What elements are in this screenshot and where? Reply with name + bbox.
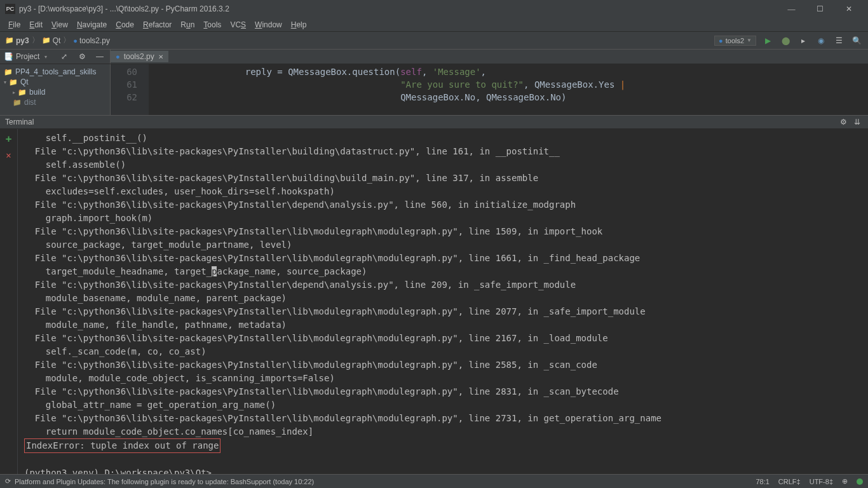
gutter: 606162 [111,64,149,115]
folder-icon: 📁 [18,88,27,97]
tab-tools2[interactable]: ● tools2.py ✕ [111,51,169,62]
chevron-right-icon: 〉 [63,35,71,46]
project-tree[interactable]: 📁PP4_4_tools_and_skills ▾📁Qt ▸📁build 📁di… [0,64,111,115]
collapsed-icon: ▸ [13,90,15,95]
breadcrumb-item-file[interactable]: ●tools2.py [73,36,110,45]
menu-view[interactable]: View [47,19,72,30]
project-tool-header[interactable]: 📑Project ▾ ⤢ ⚙ — [0,50,111,64]
debug-button[interactable]: ⬤ [779,34,792,47]
window-title: py3 - [D:\workspace\py3] - ...\Qt\tools2… [19,4,777,13]
stop-button[interactable]: ☰ [832,34,845,47]
caret-position[interactable]: 78:1 [756,478,769,485]
terminal-title: Terminal [5,118,835,126]
folder-icon: 📁 [5,36,14,44]
menu-run[interactable]: Run [176,19,199,30]
run-button[interactable]: ▶ [761,34,774,47]
python-file-icon: ● [719,37,723,44]
titlebar: PC py3 - [D:\workspace\py3] - ...\Qt\too… [0,0,868,18]
folder-icon: 📁 [13,98,22,107]
statusbar: ⟳ Platform and Plugin Updates: The follo… [0,474,868,488]
app-icon: PC [5,4,15,14]
menu-code[interactable]: Code [111,19,139,30]
terminal-header[interactable]: Terminal ⚙ ⇊ [0,115,868,129]
breadcrumb-item-root[interactable]: 📁py3 [5,36,29,45]
new-session-button[interactable]: + [6,133,12,145]
terminal-output[interactable]: self.__postinit__() File "c:\python36\li… [18,129,868,480]
terminal-toolbar: + ✕ [0,129,18,480]
close-button[interactable]: ✕ [834,0,863,18]
python-file-icon: ● [116,53,120,60]
tool-tabs-bar: 📑Project ▾ ⤢ ⚙ — ● tools2.py ✕ [0,50,868,64]
menu-window[interactable]: Window [250,19,287,30]
line-separator[interactable]: CRLF‡ [778,478,801,485]
run-config-select[interactable]: ●tools2▼ [714,36,756,46]
menu-vcs[interactable]: VCS [226,19,250,30]
chevron-down-icon: ▼ [747,37,752,43]
maximize-button[interactable]: ☐ [806,0,834,18]
encoding[interactable]: UTF-8‡ [810,478,833,485]
folder-icon: 📁 [4,68,13,76]
menu-tools[interactable]: Tools [199,19,226,30]
menu-navigate[interactable]: Navigate [72,19,111,30]
collapse-icon[interactable]: ⤢ [58,50,71,63]
hide-icon[interactable]: — [93,50,106,63]
status-message[interactable]: Platform and Plugin Updates: The followi… [15,478,314,485]
folder-icon: 📁 [9,78,18,86]
menu-edit[interactable]: Edit [25,19,47,30]
chevron-down-icon: ▾ [44,54,47,60]
breadcrumb: 📁py3 〉 📁Qt 〉 ●tools2.py [5,35,714,46]
code-area[interactable]: reply = QMessageBox.question(self, 'Mess… [149,64,868,115]
profile-button[interactable]: ◉ [815,34,827,47]
editor-tabs: ● tools2.py ✕ [111,50,169,64]
terminal-panel: + ✕ self.__postinit__() File "c:\python3… [0,129,868,480]
tree-item-qt[interactable]: ▾📁Qt [4,77,106,87]
tree-item-dist[interactable]: 📁dist [4,97,106,107]
tree-item-build[interactable]: ▸📁build [4,87,106,97]
search-button[interactable]: 🔍 [850,34,863,47]
folder-icon: 📁 [42,36,51,44]
status-indicator-icon [857,478,863,485]
code-editor[interactable]: 606162 reply = QMessageBox.question(self… [111,64,868,115]
navigation-bar: 📁py3 〉 📁Qt 〉 ●tools2.py ●tools2▼ ▶ ⬤ ▸ ◉… [0,32,868,50]
gear-icon[interactable]: ⚙ [837,116,849,128]
close-session-button[interactable]: ✕ [6,150,11,160]
error-line: IndexError: tuple index out of range [24,438,220,453]
hide-icon[interactable]: ⇊ [851,116,863,128]
minimize-button[interactable]: — [777,0,806,18]
project-icon: 📑 [4,52,13,61]
chevron-right-icon: 〉 [32,35,39,46]
menu-file[interactable]: File [4,19,25,30]
expanded-icon: ▾ [4,79,6,85]
python-file-icon: ● [73,37,78,44]
context-indicator[interactable]: ⊕ [842,477,848,485]
close-icon[interactable]: ✕ [158,53,163,60]
update-icon: ⟳ [5,477,11,485]
menu-help[interactable]: Help [287,19,311,30]
run-with-coverage-button[interactable]: ▸ [797,34,810,47]
gear-icon[interactable]: ⚙ [76,50,88,63]
menubar: File Edit View Navigate Code Refactor Ru… [0,18,868,32]
tree-item[interactable]: 📁PP4_4_tools_and_skills [4,67,106,77]
menu-refactor[interactable]: Refactor [139,19,176,30]
breadcrumb-item-qt[interactable]: 📁Qt [42,36,61,45]
